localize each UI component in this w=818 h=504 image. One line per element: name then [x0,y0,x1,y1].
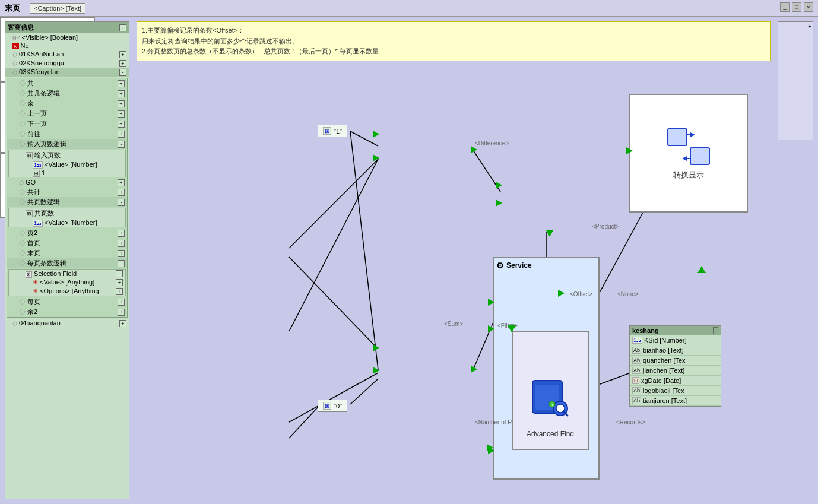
arrow-subtract-out [471,146,477,153]
node-convert-display: 转换显示 [629,94,748,213]
tree-item-shuruye-main[interactable]: ⊞ 输入页数 [9,150,125,160]
arrow-service-in2 [488,325,494,332]
tree-item-gongjilueji[interactable]: ◇ 共几条逻辑 + [7,88,127,99]
tree-item-selvalue[interactable]: ✳ <Value> [Anything] + [9,278,125,287]
arrow-add-in2 [373,367,379,374]
left-panel-title: 客商信息 [8,23,34,32]
keshang-field-xgdate: ⊡ xgDate [Date] [630,376,721,386]
maximize-button[interactable]: □ [792,2,801,12]
arrow-multiply-in1 [496,182,502,189]
arrow-multiply-out [546,230,553,237]
input1-icon: ⊞ [323,127,331,135]
arrow-multiply-in2 [496,199,502,207]
svg-line-1 [350,131,378,370]
tree-item-ye2[interactable]: ◇ 页2 + [7,228,127,238]
convert-svg-icon [665,126,712,167]
keshang-header: keshang - [630,326,721,335]
minimize-button[interactable]: _ [780,2,790,12]
left-panel-content: NY <Visible> [Boolean] N No ◇ 01KSAnNiuL… [5,33,129,497]
svg-text:+: + [551,402,554,408]
caption-tag: <Caption> [Text] [30,3,85,14]
tree-item-selfield[interactable]: ⊡ Selection Field - [9,270,125,278]
conn-difference: <Difference> [475,140,509,147]
main-canvas: 1.主要算偏移记录的条数<Offset>： 用来设定将查询结果中的前面多少个记录… [0,17,818,504]
tree-item-02[interactable]: ◇ 02KSneirongqu + [5,59,129,68]
service-header: ⚙ Service [494,258,598,272]
input0-label: "0" [334,402,342,410]
svg-line-10 [289,159,378,248]
right-panel-expand[interactable]: + [808,23,811,30]
right-empty-panel: + [778,21,813,140]
left-panel-collapse[interactable]: - [119,24,126,31]
expand-01[interactable]: + [119,51,126,58]
tree-item-moye[interactable]: ◇ 末页 + [7,248,127,258]
tree-item-visible[interactable]: NY <Visible> [Boolean] [5,33,129,42]
expand-02[interactable]: + [119,60,126,67]
info-box: 1.主要算偏移记录的条数<Offset>： 用来设定将查询结果中的前面多少个记录… [137,21,771,61]
expand-04[interactable]: + [119,320,126,327]
collapse-03[interactable]: - [119,69,126,76]
tree-item-gongyeshu-main[interactable]: ⊞ 共页数 [9,208,125,218]
tree-item-shuruye-1[interactable]: ⊞ 1 [9,169,125,177]
tree-item-04[interactable]: ◇ 04banquanlan + [5,319,129,328]
arrow-subtract-in-top [373,131,379,138]
keshang-field-quanchen: Ab quanchen [Tex [630,356,721,366]
tree-item-no[interactable]: N No [5,42,129,50]
service-icon: ⚙ [496,261,504,270]
left-panel: 客商信息 - NY <Visible> [Boolean] N No ◇ 01K… [5,21,129,499]
tree-item-gong[interactable]: ◇ 共 + [7,78,127,88]
title-bar: 末页 <Caption> [Text] _ □ × [0,0,818,17]
info-line-3: 2.分页整数页的总条数（不显示的条数）= 总共页数-1（最后一页）* 每页显示数… [142,46,765,57]
node-input-0: ⊞ "0" [318,400,347,412]
tree-item-meiyelogic[interactable]: ◇ 每页条数逻辑 - [7,258,127,268]
arrow-add-out [471,366,477,373]
keshang-field-tianjiaren: Ab tianjiaren [Text] [630,396,721,406]
info-line-2: 用来设定将查询结果中的前面多少个记录跳过不输出。 [142,36,765,47]
tree-item-gongyelogic[interactable]: ◇ 共页数逻辑 - [7,197,127,207]
tree-item-seloptions[interactable]: ✳ <Options> [Anything] + [9,287,125,296]
node-advanced-find: + Advanced Find [512,331,589,450]
svg-line-4 [350,379,378,404]
svg-line-11 [289,257,378,349]
tree-item-03[interactable]: ◇ 03KSfenyelan - [5,68,129,77]
svg-line-6 [289,373,378,422]
tree-item-qianwang[interactable]: ◇ 前往 + [7,129,127,139]
conn-product: <Product> [592,223,619,230]
keshang-field-jianchen: Ab jianchen [Text] [630,366,721,376]
arrow-service-offset [558,290,565,297]
keshang-collapse[interactable]: - [713,327,718,334]
conn-none: <None> [617,291,639,297]
tree-item-shuruye-value[interactable]: 1₂₃ <Value> [Number] [9,160,125,169]
tree-item-gongyeshu-value[interactable]: 1₂₃ <Value> [Number] [9,218,125,227]
svg-rect-21 [690,148,709,164]
tree-item-xiayiye[interactable]: ◇ 下一页 + [7,119,127,129]
section-03: ◇ 共 + ◇ 共几条逻辑 + ◇ 余 + ◇ 上一页 + [7,78,128,318]
node-input-1: ⊞ "1" [318,125,347,137]
advanced-find-visual: + [530,378,571,426]
tree-item-01[interactable]: ◇ 01KSAnNiuLan + [5,50,129,59]
convert-label: 转换显示 [673,170,704,180]
tree-item-shouyue[interactable]: ◇ 首页 + [7,238,127,248]
svg-rect-20 [668,129,687,145]
left-panel-header: 客商信息 - [5,22,129,33]
close-button[interactable]: × [804,2,813,12]
shuruye-section: ⊞ 输入页数 1₂₃ <Value> [Number] ⊞ 1 [8,150,126,177]
tree-item-yu[interactable]: ◇ 余 + [7,99,127,109]
arrow-advanced-bottom [487,444,493,451]
svg-marker-23 [690,132,695,137]
info-line-1: 1.主要算偏移记录的条数<Offset>： [142,26,765,36]
tree-item-yu2[interactable]: ◇ 余2 + [7,307,127,317]
tree-item-gongji[interactable]: ◇ 共计 + [7,187,127,197]
tree-item-go[interactable]: ◇ GO + [7,178,127,187]
tree-item-shangyiye[interactable]: ◇ 上一页 + [7,109,127,119]
arrow-subtract-in-mid [373,154,379,161]
svg-line-12 [289,159,378,331]
tree-item-meiye[interactable]: ◇ 每页 + [7,297,127,307]
keshang-field-logobiaoji: Ab logobiaoji [Tex [630,386,721,396]
arrow-advanced-in [508,325,516,332]
svg-line-7 [289,404,321,438]
keshang-field-bianhao: Ab bianhao [Text] [630,345,721,356]
tree-item-shuruye-logic[interactable]: ◇ 输入页数逻辑 - [7,139,127,149]
arrow-add-in1 [373,344,379,351]
node-keshang: keshang - 1₂₃ KSid [Number] Ab bianhao [… [629,325,721,407]
